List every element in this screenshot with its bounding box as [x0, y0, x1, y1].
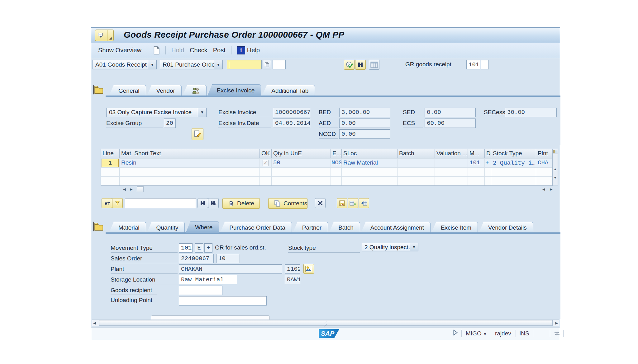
- change-note-icon[interactable]: [192, 128, 203, 140]
- sales-order-field[interactable]: 22400067: [179, 254, 214, 263]
- tab-where[interactable]: Where: [185, 221, 219, 233]
- col-mvt[interactable]: M...: [468, 149, 485, 158]
- col-ok[interactable]: OK: [260, 149, 272, 158]
- plant-name-field[interactable]: CHAKAN: [179, 264, 282, 274]
- col-qty[interactable]: Qty in UnE: [272, 149, 331, 158]
- multiple-selection-icon[interactable]: [263, 60, 271, 69]
- sed-field[interactable]: 0.00: [425, 108, 476, 117]
- movement-type-field[interactable]: 101: [179, 243, 193, 253]
- tab-account-assignment[interactable]: Account Assignment: [361, 222, 431, 233]
- sort-ascending-icon[interactable]: [102, 198, 112, 208]
- transaction-type-dropdown[interactable]: A01 Goods Receipt ▼: [93, 60, 157, 69]
- ecs-field[interactable]: 60.00: [425, 119, 476, 128]
- plant-code-field[interactable]: 1102: [285, 264, 300, 274]
- tab-material[interactable]: Material: [109, 222, 146, 233]
- col-eun[interactable]: E...: [331, 149, 342, 158]
- table-search-input[interactable]: [125, 198, 196, 208]
- scroll-right-icon[interactable]: ▶: [555, 321, 558, 325]
- scroll-left-icon[interactable]: ◀: [93, 321, 96, 325]
- filter-icon[interactable]: [112, 198, 123, 208]
- find-icon[interactable]: [355, 60, 366, 70]
- table-vertical-scrollbar[interactable]: ▲ ▼: [552, 149, 558, 185]
- save-list-icon[interactable]: [337, 198, 347, 208]
- scroll-down-icon[interactable]: ▼: [553, 175, 558, 180]
- unloading-point-field[interactable]: [179, 296, 267, 306]
- valuation-cell[interactable]: [435, 159, 468, 167]
- scroll-left-icon[interactable]: ◀: [542, 187, 545, 191]
- nccd-field[interactable]: 0.00: [339, 129, 390, 139]
- sloc-cell[interactable]: Raw Material: [342, 159, 398, 167]
- po-number-input[interactable]: [227, 60, 262, 69]
- sales-order-item-field[interactable]: 10: [216, 254, 240, 263]
- scroll-right-icon[interactable]: ▶: [130, 187, 132, 191]
- col-d[interactable]: D: [485, 149, 491, 158]
- window-hscroll-thumb[interactable]: ⋰⋰: [99, 320, 553, 326]
- tab-batch[interactable]: Batch: [329, 222, 360, 233]
- transfer-icon[interactable]: [359, 198, 369, 208]
- contents-button[interactable]: Contents: [268, 198, 307, 209]
- d-cell[interactable]: +: [485, 159, 491, 167]
- col-valuation[interactable]: Valuation ...: [435, 149, 468, 158]
- goods-recipient-label[interactable]: Goods recipient: [111, 286, 157, 295]
- scroll-left-icon[interactable]: ◀: [123, 187, 126, 191]
- tab-general[interactable]: General: [109, 85, 146, 96]
- tab-quantity[interactable]: Quantity: [147, 222, 185, 233]
- help-button[interactable]: i Help: [237, 46, 260, 54]
- tab-po-data[interactable]: Purchase Order Data: [220, 222, 292, 233]
- tab-excise-invoice[interactable]: Excise Invoice: [207, 84, 261, 96]
- col-material[interactable]: Mat. Short Text: [120, 149, 260, 158]
- col-batch[interactable]: Batch: [398, 149, 435, 158]
- table-row-1[interactable]: 1 Resin 50 NOS Raw Material 101 + 2 Qual…: [101, 158, 553, 167]
- detail-toggle-icon[interactable]: [315, 198, 326, 208]
- show-overview-button[interactable]: Show Overview: [98, 47, 141, 54]
- delete-button[interactable]: Delete: [222, 198, 260, 209]
- table-row-empty[interactable]: [101, 167, 553, 176]
- item-ok-checkbox[interactable]: [263, 160, 269, 166]
- po-item-input[interactable]: [273, 60, 286, 69]
- tab-excise-item[interactable]: Excise Item: [431, 222, 478, 233]
- gr-movement-field[interactable]: 101: [466, 60, 480, 69]
- find-next-icon[interactable]: [208, 198, 219, 208]
- excise-capture-mode-dropdown[interactable]: 03 Only Capture Excise Invoice ▼: [106, 108, 207, 117]
- check-button[interactable]: Check: [190, 47, 207, 54]
- excise-invoice-field[interactable]: 1000000667: [273, 108, 310, 117]
- line-number-cell[interactable]: 1: [102, 159, 119, 167]
- transaction-indicator[interactable]: MIGO ▼: [466, 330, 487, 337]
- col-plnt[interactable]: Plnt: [536, 149, 552, 158]
- continue-icon[interactable]: [453, 329, 458, 337]
- tab-vendor[interactable]: Vendor: [147, 85, 182, 96]
- special-stock-field[interactable]: +: [204, 243, 212, 253]
- aed-field[interactable]: 0.00: [339, 119, 390, 128]
- table-settings-icon[interactable]: [553, 149, 558, 154]
- bed-field[interactable]: 3,000.00: [339, 108, 390, 117]
- mvt-cell[interactable]: 101: [468, 159, 485, 167]
- swap-icon[interactable]: [554, 331, 560, 338]
- secess-field[interactable]: 30.00: [505, 108, 557, 117]
- reference-doc-dropdown[interactable]: R01 Purchase Order ▼: [160, 60, 223, 69]
- tab-partners[interactable]: [182, 85, 207, 96]
- tab-vendor-details[interactable]: Vendor Details: [478, 222, 533, 233]
- scroll-right-icon[interactable]: ▶: [550, 187, 552, 191]
- col-sloc[interactable]: SLoc: [342, 149, 398, 158]
- post-button[interactable]: Post: [213, 47, 226, 54]
- create-document-icon[interactable]: [153, 46, 160, 54]
- batch-cell[interactable]: [398, 159, 435, 167]
- display-variants-icon[interactable]: [369, 60, 379, 70]
- excise-group-field[interactable]: 20: [164, 119, 176, 128]
- goods-recipient-field[interactable]: [179, 286, 222, 295]
- new-entries-icon[interactable]: [348, 198, 358, 208]
- material-cell[interactable]: Resin: [120, 159, 260, 167]
- execute-icon[interactable]: [344, 60, 355, 70]
- tab-partner[interactable]: Partner: [293, 222, 328, 233]
- hold-button[interactable]: Hold: [171, 47, 184, 54]
- stock-type-dropdown[interactable]: 2 Quality inspect… ▼: [362, 243, 418, 251]
- gr-extra-field[interactable]: [481, 60, 489, 69]
- hscroll-thumb[interactable]: [137, 186, 144, 192]
- qty-cell[interactable]: 50: [272, 159, 331, 167]
- tab-additional[interactable]: Additional Tab: [262, 85, 315, 96]
- plant-view-icon[interactable]: [303, 264, 314, 274]
- window-hscrollbar[interactable]: ◀ ⋰⋰ ▶: [92, 320, 559, 326]
- eun-cell[interactable]: NOS: [331, 159, 342, 167]
- storage-location-field[interactable]: Raw Material: [179, 275, 237, 284]
- scroll-up-icon[interactable]: ▲: [553, 167, 558, 171]
